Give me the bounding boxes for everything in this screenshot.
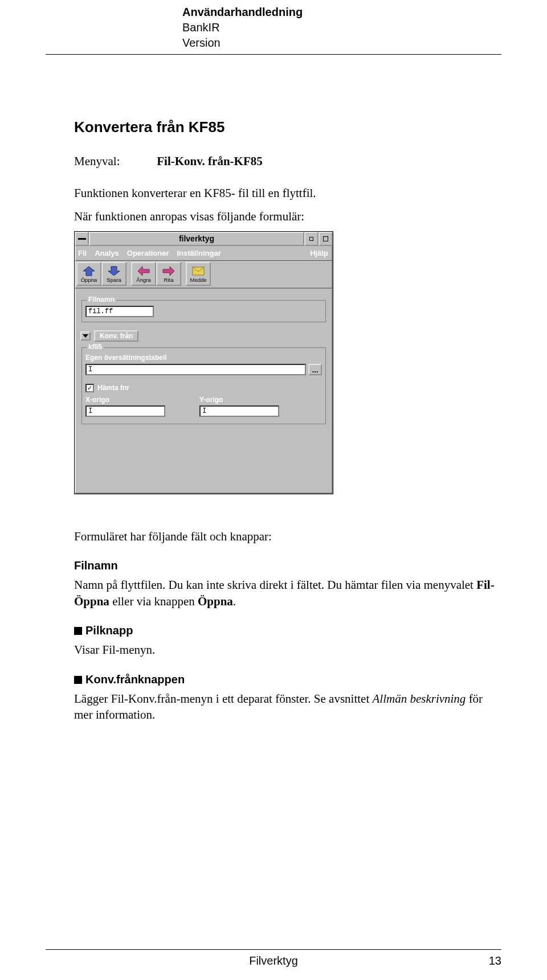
x-origo-input[interactable]: I	[85, 405, 165, 417]
medde-button[interactable]: Medde	[186, 262, 211, 286]
translation-table-input[interactable]: I	[85, 364, 306, 375]
field-filnamn-text-3: .	[233, 594, 236, 608]
menu-analys[interactable]: Analys	[95, 248, 119, 259]
svg-marker-0	[83, 266, 95, 276]
footer: Filverktyg 13	[0, 949, 547, 969]
doc-header-line2: BankIR	[182, 20, 547, 35]
menu-selection-line: Menyval: Fil-Konv. från-KF85	[74, 153, 501, 169]
draw-button[interactable]: Rita	[156, 262, 181, 286]
after-shot-para: Formuläret har följande fält och knappar…	[74, 528, 501, 544]
message-icon	[191, 265, 205, 277]
minimize-button[interactable]	[304, 232, 319, 246]
origo-row: X-origo I Y-origo I	[85, 395, 322, 417]
hamta-row: ✓ Hämta fnr	[85, 383, 322, 392]
konv-fran-button[interactable]: Konv. från	[94, 330, 138, 342]
text-cursor-icon: I	[88, 407, 92, 415]
kf85-legend: kf85	[87, 342, 104, 351]
save-button[interactable]: Spara	[101, 262, 126, 286]
footer-center-text: Filverktyg	[0, 953, 547, 969]
filnamn-group: Filnamn fil.ff	[81, 300, 326, 322]
filnamn-legend: Filnamn	[87, 295, 116, 304]
open-icon	[82, 265, 96, 277]
medde-caption: Medde	[190, 277, 206, 283]
window-title: filverktyg	[89, 232, 304, 246]
hamta-checkbox[interactable]: ✓	[85, 384, 94, 392]
page-content: Konvertera från KF85 Menyval: Fil-Konv. …	[74, 117, 501, 723]
client-area: Filnamn fil.ff Konv. från kf85 Egen över…	[75, 289, 333, 494]
save-caption: Spara	[107, 277, 121, 283]
doc-header: Användarhandledning BankIR Version	[0, 0, 547, 51]
svg-marker-3	[163, 266, 174, 276]
field-filnamn-heading: Filnamn	[74, 558, 501, 573]
pilknapp-heading-text: Pilknapp	[85, 624, 133, 637]
intro-para-1: Funktionen konverterar en KF85- fil till…	[74, 185, 501, 201]
doc-header-line1: Användarhandledning	[182, 5, 547, 20]
footer-divider	[46, 949, 501, 950]
square-small-icon	[309, 237, 313, 241]
intro-para-2: När funktionen anropas visas följande fo…	[74, 208, 501, 224]
menu-hjalp[interactable]: Hjälp	[310, 248, 328, 259]
footer-line: Filverktyg 13	[0, 953, 547, 969]
konv-row: Konv. från	[80, 330, 327, 342]
undo-button[interactable]: Ångra	[131, 262, 156, 286]
draw-icon	[162, 265, 175, 277]
field-filnamn-text-1: Namn på flyttfilen. Du kan inte skriva d…	[74, 578, 476, 592]
toolbar: Öppna Spara Ångra Rita Medde	[75, 261, 333, 289]
konv-heading: Konv.frånknappen	[74, 672, 501, 687]
x-origo-label: X-origo	[85, 395, 165, 404]
undo-caption: Ångra	[136, 277, 150, 283]
field-filnamn-para: Namn på flyttfilen. Du kan inte skriva d…	[74, 577, 501, 609]
doc-header-line3: Version	[182, 35, 547, 51]
square-large-icon	[323, 236, 328, 241]
y-origo-col: Y-origo I	[199, 395, 279, 417]
square-bullet-icon	[74, 627, 82, 635]
window-menu-button[interactable]	[75, 232, 89, 246]
app-window: filverktyg Fil Analys Operationer Instäl…	[74, 231, 333, 494]
konv-heading-text: Konv.frånknappen	[85, 673, 185, 686]
filnamn-input[interactable]: fil.ff	[85, 306, 154, 317]
konv-dropdown-toggle[interactable]	[80, 331, 91, 341]
kf85-group: kf85 Egen översättningstabell I ... ✓ Hä…	[81, 347, 326, 424]
maximize-button[interactable]	[319, 232, 333, 246]
menu-installningar[interactable]: Inställningar	[177, 248, 221, 259]
menu-fil[interactable]: Fil	[78, 248, 87, 259]
field-filnamn-text-2: eller via knappen	[109, 594, 198, 608]
svg-marker-1	[108, 266, 120, 276]
konv-para: Lägger Fil-Konv.från-menyn i ett deparat…	[74, 691, 501, 723]
pilknapp-para: Visar Fil-menyn.	[74, 642, 501, 658]
pilknapp-heading: Pilknapp	[74, 623, 501, 638]
y-origo-label: Y-origo	[199, 395, 279, 404]
undo-icon	[137, 265, 150, 277]
menu-value: Fil-Konv. från-KF85	[157, 154, 263, 168]
konv-italic-1: Allmän beskrivning	[372, 692, 466, 706]
menubar: Fil Analys Operationer Inställningar Hjä…	[75, 246, 333, 261]
open-caption: Öppna	[81, 277, 97, 283]
svg-marker-2	[138, 266, 149, 276]
open-button[interactable]: Öppna	[76, 262, 101, 286]
text-cursor-icon: I	[88, 365, 92, 374]
chevron-down-icon	[83, 334, 88, 338]
header-divider	[46, 54, 501, 55]
egen-label: Egen översättningstabell	[85, 353, 322, 362]
konv-text-1: Lägger Fil-Konv.från-menyn i ett deparat…	[74, 692, 372, 706]
titlebar: filverktyg	[75, 232, 333, 246]
menu-operationer[interactable]: Operationer	[127, 248, 169, 259]
menu-label: Menyval:	[74, 153, 154, 169]
x-origo-col: X-origo I	[85, 395, 165, 417]
save-icon	[107, 265, 121, 277]
y-origo-input[interactable]: I	[199, 405, 279, 417]
draw-caption: Rita	[164, 277, 174, 283]
square-bullet-icon	[74, 676, 82, 684]
dash-icon	[78, 238, 86, 240]
field-filnamn-bold-2: Öppna	[198, 594, 233, 608]
section-heading: Konvertera från KF85	[74, 117, 501, 137]
hamta-label: Hämta fnr	[97, 383, 129, 392]
browse-button[interactable]: ...	[308, 364, 322, 375]
text-cursor-icon: I	[202, 407, 206, 415]
